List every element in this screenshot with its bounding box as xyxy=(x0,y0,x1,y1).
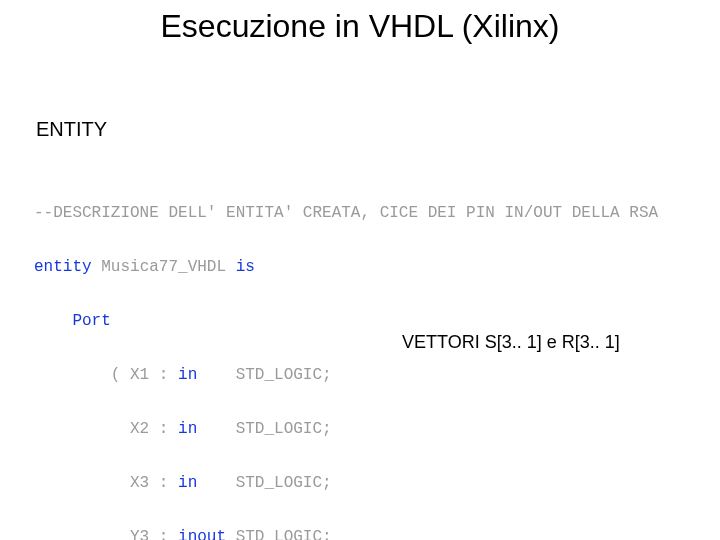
vector-annotation: VETTORI S[3.. 1] e R[3.. 1] xyxy=(398,330,624,355)
entity-name: Musica77_VHDL xyxy=(101,258,235,276)
kw-in: in xyxy=(178,420,197,438)
code-text: X2 : xyxy=(34,420,178,438)
slide: Esecuzione in VHDL (Xilinx) ENTITY --DES… xyxy=(0,0,720,540)
code-line: Port xyxy=(34,312,658,330)
kw-in: in xyxy=(178,474,197,492)
code-line: --DESCRIZIONE DELL' ENTITA' CREATA, CICE… xyxy=(34,204,658,222)
code-line: ( X1 : in STD_LOGIC; xyxy=(34,366,658,384)
code-line: X2 : in STD_LOGIC; xyxy=(34,420,658,438)
kw-port: Port xyxy=(34,312,111,330)
code-text: ( X1 : xyxy=(34,366,178,384)
kw-inout: inout xyxy=(178,528,226,540)
entity-label: ENTITY xyxy=(36,118,107,141)
code-text: X3 : xyxy=(34,474,178,492)
code-line: Y3 : inout STD_LOGIC; xyxy=(34,528,658,540)
code-text: STD_LOGIC; xyxy=(197,366,331,384)
code-line: entity Musica77_VHDL is xyxy=(34,258,658,276)
code-line: X3 : in STD_LOGIC; xyxy=(34,474,658,492)
page-title: Esecuzione in VHDL (Xilinx) xyxy=(0,8,720,45)
code-text: Y3 : xyxy=(34,528,178,540)
code-text: STD_LOGIC; xyxy=(226,528,332,540)
kw-entity: entity xyxy=(34,258,101,276)
kw-is: is xyxy=(236,258,255,276)
code-text: STD_LOGIC; xyxy=(197,420,331,438)
kw-in: in xyxy=(178,366,197,384)
code-text: STD_LOGIC; xyxy=(197,474,331,492)
code-comment: --DESCRIZIONE DELL' ENTITA' CREATA, CICE… xyxy=(34,204,658,222)
